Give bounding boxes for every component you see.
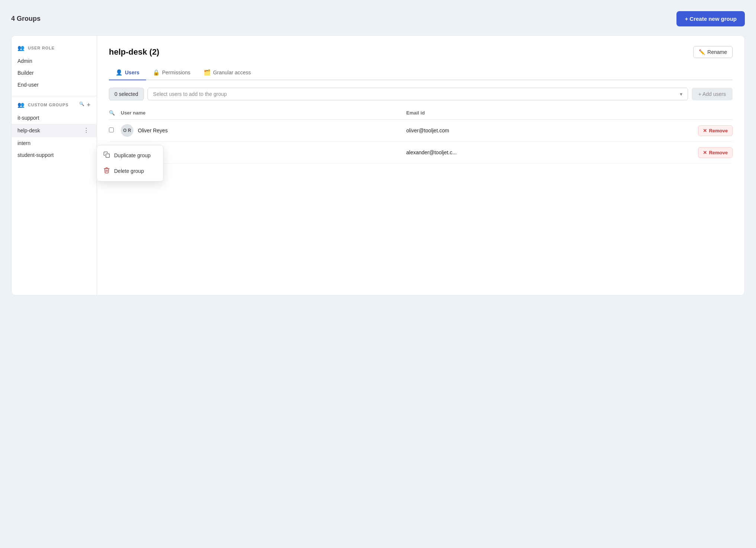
help-desk-menu-button[interactable]: ⋮ (82, 127, 91, 134)
selected-count-badge: 0 selected (109, 88, 144, 100)
group-title: help-desk (2) (109, 47, 159, 57)
rename-label: Rename (707, 49, 727, 55)
remove-x-icon-2: ✕ (703, 150, 707, 155)
trash-icon (103, 167, 110, 175)
remove-alex-button[interactable]: ✕ Remove (698, 147, 733, 158)
tab-users[interactable]: 👤 Users (109, 65, 146, 80)
dropdown-placeholder: Select users to add to the group (153, 91, 227, 97)
sidebar-item-help-desk[interactable]: help-desk ⋮ (12, 124, 97, 137)
granular-tab-label: Granular access (213, 70, 251, 75)
user-role-icon: 👥 (17, 45, 25, 51)
name-cell-alex: A R ...mirez (121, 146, 406, 159)
chevron-down-icon: ▾ (680, 91, 682, 97)
email-cell-oliver: oliver@tooljet.com (406, 128, 692, 133)
admin-label: Admin (17, 58, 91, 64)
email-col-header: Email id (406, 110, 692, 116)
search-icon[interactable]: 🔍 (109, 110, 115, 116)
users-tab-label: Users (125, 70, 139, 75)
search-groups-icon[interactable]: 🔍 (79, 101, 85, 108)
action-cell-alex: ✕ Remove (692, 147, 733, 158)
custom-groups-icon: 👥 (17, 101, 25, 108)
sidebar: 👥 USER ROLE Admin Builder End-user 👥 CUS… (12, 36, 97, 295)
add-group-icon[interactable]: + (87, 101, 91, 108)
duplicate-group-label: Duplicate group (114, 152, 151, 158)
remove-oliver-label: Remove (709, 128, 728, 133)
builder-label: Builder (17, 70, 91, 76)
email-cell-alex: alexander@tooljet.c... (406, 149, 692, 155)
svg-rect-0 (106, 154, 110, 158)
it-support-label: it-support (17, 115, 91, 121)
rename-icon: ✏️ (699, 49, 705, 55)
check-col-header: 🔍 (109, 110, 121, 116)
help-desk-label: help-desk (17, 128, 82, 133)
delete-group-label: Delete group (114, 168, 144, 174)
remove-x-icon: ✕ (703, 128, 707, 133)
sidebar-divider (12, 96, 97, 96)
user-dropdown[interactable]: Select users to add to the group ▾ (148, 88, 688, 100)
context-menu: Duplicate group Delete group (97, 145, 164, 181)
duplicate-icon (103, 151, 110, 159)
content-header: help-desk (2) ✏️ Rename (109, 46, 733, 58)
sidebar-item-intern[interactable]: intern (12, 137, 97, 149)
end-user-label: End-user (17, 82, 91, 88)
user-role-label: USER ROLE (28, 46, 55, 50)
row-checkbox-1[interactable] (109, 128, 121, 133)
custom-groups-label: CUSTOM GROUPS (28, 103, 69, 107)
tab-permissions[interactable]: 🔒 Permissions (146, 65, 197, 80)
sidebar-item-builder[interactable]: Builder (12, 67, 97, 79)
username-col-header: User name (121, 110, 406, 116)
action-cell-oliver: ✕ Remove (692, 125, 733, 136)
rename-button[interactable]: ✏️ Rename (693, 46, 733, 58)
name-cell-oliver: O R Oliver Reyes (121, 124, 406, 137)
checkbox-oliver[interactable] (109, 128, 114, 132)
name-oliver: Oliver Reyes (138, 128, 168, 133)
create-new-group-button[interactable]: + Create new group (676, 11, 745, 26)
user-select-bar: 0 selected Select users to add to the gr… (109, 88, 733, 100)
intern-label: intern (17, 140, 91, 146)
duplicate-group-menu-item[interactable]: Duplicate group (97, 148, 163, 163)
remove-oliver-button[interactable]: ✕ Remove (698, 125, 733, 136)
delete-group-menu-item[interactable]: Delete group (97, 163, 163, 179)
sidebar-item-it-support[interactable]: it-support (12, 112, 97, 124)
sidebar-item-admin[interactable]: Admin (12, 55, 97, 67)
sidebar-item-end-user[interactable]: End-user (12, 79, 97, 91)
tabs: 👤 Users 🔒 Permissions 🗂️ Granular access (109, 65, 733, 80)
permissions-tab-icon: 🔒 (153, 69, 160, 76)
sidebar-item-student-support[interactable]: student-support (12, 149, 97, 161)
permissions-tab-label: Permissions (162, 70, 190, 75)
table-row: O R Oliver Reyes oliver@tooljet.com ✕ Re… (109, 120, 733, 142)
remove-alex-label: Remove (709, 150, 728, 155)
tab-granular-access[interactable]: 🗂️ Granular access (197, 65, 258, 80)
table-row: A R ...mirez alexander@tooljet.c... ✕ Re… (109, 142, 733, 164)
groups-count-title: 4 Groups (11, 15, 41, 23)
student-support-label: student-support (17, 152, 91, 158)
main-content: help-desk (2) ✏️ Rename 👤 Users 🔒 Permis… (97, 36, 744, 295)
users-tab-icon: 👤 (116, 69, 123, 76)
granular-tab-icon: 🗂️ (204, 69, 211, 76)
add-users-button[interactable]: + Add users (692, 88, 733, 100)
table-header: 🔍 User name Email id (109, 106, 733, 120)
user-role-section-header: 👥 USER ROLE (12, 45, 97, 55)
avatar-oliver: O R (121, 124, 133, 137)
custom-groups-section-header: 👥 CUSTOM GROUPS 🔍 + (12, 101, 97, 112)
